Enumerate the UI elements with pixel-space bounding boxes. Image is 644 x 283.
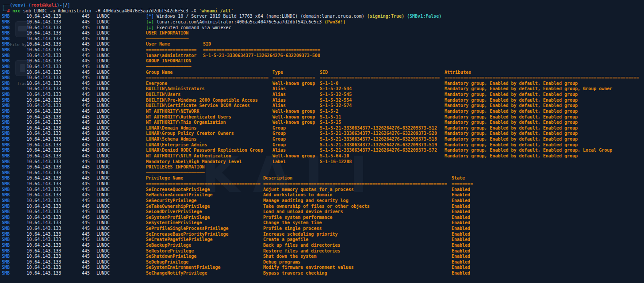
terminal-text-segment: 445: [82, 47, 96, 53]
terminal-text-segment: Mandatory group, Enabled by default, Ena…: [445, 153, 578, 158]
terminal-text-segment: 10.64.143.133: [27, 81, 82, 87]
terminal-text-segment: SMB: [2, 75, 27, 81]
output-line: SMB10.64.143.133445LUNDCBUILTIN\Pre-Wind…: [2, 98, 644, 103]
terminal-text-segment: 445: [82, 115, 96, 120]
output-line: SMB10.64.143.133445LUNDCNT AUTHORITY\Thi…: [2, 120, 644, 126]
terminal-text-segment: LUNAR\Group Policy Creator Owners: [146, 131, 272, 137]
terminal-text-segment: 445: [82, 109, 96, 115]
terminal-text-segment: 445: [82, 98, 96, 103]
terminal-text-segment: Mandatory group, Enabled by default, Ena…: [445, 131, 578, 136]
terminal-text-segment: LUNDC: [96, 243, 146, 249]
output-line: SMB10.64.143.133445LUNDCSeProfileSingleP…: [2, 226, 644, 232]
terminal-text-segment: └─: [2, 8, 7, 13]
terminal-text-segment: Enabled: [452, 198, 470, 203]
terminal-text-segment: 10.64.143.133: [27, 159, 82, 165]
terminal-text-segment: LUNAR\Denied RODC Password Replication G…: [146, 148, 272, 153]
terminal-text-segment: LUNDC: [96, 254, 146, 260]
terminal-text-segment: LUNDC: [96, 25, 146, 31]
output-line: SMB10.64.143.133445LUNDCLUNAR\Denied ROD…: [2, 148, 644, 153]
terminal-text-segment: LUNDC: [96, 142, 146, 148]
terminal-text-segment: Add workstations to domain: [263, 192, 452, 198]
terminal-text-segment: Group: [272, 126, 320, 131]
terminal-text-segment: 10.64.143.133: [27, 153, 82, 159]
terminal-text-segment: LUNDC: [96, 92, 146, 98]
terminal-text-segment: S-1-5-32-554: [320, 98, 445, 103]
terminal-text-segment: 445: [82, 131, 96, 137]
terminal-text-segment: 445: [82, 148, 96, 153]
terminal-text-segment: SMB: [2, 142, 27, 148]
output-line: SMB10.64.143.133445LUNDCSeSystemtimePriv…: [2, 220, 644, 226]
terminal-text-segment: [+]: [146, 25, 154, 30]
terminal-text-segment: Debug programs: [263, 260, 452, 265]
output-line: SMB10.64.143.133445LUNDCLUNAR\Domain Adm…: [2, 126, 644, 131]
terminal-text-segment: SMB: [2, 265, 27, 271]
terminal-text-segment: LUNDC: [96, 81, 146, 87]
terminal-text-segment: ========================================…: [320, 75, 445, 81]
output-line: SMB10.64.143.133445LUNDC[+] Executed com…: [2, 25, 644, 31]
terminal-text-segment: LUNDC: [96, 249, 146, 254]
terminal-text-segment: ========================================…: [146, 181, 263, 187]
terminal-text-segment: Mandatory group, Enabled by default, Ena…: [445, 120, 578, 125]
terminal-text-segment: 10.64.143.133: [27, 271, 82, 276]
terminal-text-segment: 10.64.143.133: [27, 232, 82, 237]
terminal-text-segment: 10.64.143.133: [27, 98, 82, 103]
output-line: SMB10.64.143.133445LUNDCSeTakeOwnershipP…: [2, 204, 644, 210]
terminal-text-segment: LUNDC: [96, 271, 146, 276]
terminal-text-segment: SMB: [2, 42, 27, 47]
terminal-text-segment: S-1-16-12288: [320, 159, 445, 165]
terminal-text-segment: ──────────────────────: [146, 170, 204, 175]
terminal-text-segment: Profile system performance: [263, 215, 452, 221]
terminal-text-segment: LUNAR\Enterprise Admins: [146, 142, 272, 148]
terminal-text-segment: SMB: [2, 14, 27, 19]
terminal-text-segment: ─────────────────: [146, 64, 191, 69]
terminal-text-segment: 445: [82, 265, 96, 271]
output-line: SMB10.64.143.133445LUNDCLUNAR\Enterprise…: [2, 142, 644, 148]
terminal-text-segment: 10.64.143.133: [27, 187, 82, 193]
terminal-text-segment: Mandatory Label\High Mandatory Level: [146, 159, 272, 165]
terminal-text-segment: NT AUTHORITY\This Organization: [146, 120, 272, 126]
terminal-text-segment: 10.64.143.133: [27, 249, 82, 254]
terminal-text-segment: 10.64.143.133: [27, 64, 82, 70]
terminal-text-segment: SID: [203, 42, 211, 46]
terminal-text-segment: 10.64.143.133: [27, 237, 82, 243]
terminal-text-segment: S-1-5-15: [320, 120, 445, 126]
terminal-text-segment: SMB: [2, 36, 27, 42]
output-line: SMB10.64.143.133445LUNDCMandatory Label\…: [2, 159, 644, 165]
terminal-text-segment: LUNDC: [96, 153, 146, 159]
terminal-text-segment: 10.64.143.133: [27, 148, 82, 153]
terminal-text-segment: Enabled: [452, 204, 470, 209]
terminal-text-segment: 445: [82, 192, 96, 198]
terminal-text-segment: LUNDC: [96, 53, 146, 59]
terminal-text-segment: 445: [82, 70, 96, 76]
terminal-text-segment: Bypass traverse checking: [263, 271, 452, 276]
terminal-text-segment: Enabled: [452, 271, 470, 275]
terminal-text-segment: SeIncreaseQuotaPrivilege: [146, 187, 263, 193]
terminal-text-segment: LUNDC: [96, 75, 146, 81]
shell-command-line: └─# nxc smb LUNDC -u Administrator -H 40…: [2, 8, 644, 14]
terminal-text-segment: SMB: [2, 181, 27, 187]
output-line: SMB10.64.143.133445LUNDCLUNAR\Group Poli…: [2, 131, 644, 137]
terminal-text-segment: Mandatory group, Enabled by default, Ena…: [445, 109, 578, 114]
terminal-text-segment: SeSystemProfilePrivilege: [146, 215, 263, 221]
terminal-text-segment: 10.64.143.133: [27, 126, 82, 131]
terminal-text-segment: SeProfileSingleProcessPrivilege: [146, 226, 263, 232]
terminal-text-segment: Alias: [272, 92, 320, 98]
terminal-text-segment: LUNDC: [96, 14, 146, 19]
terminal-text-segment: 445: [82, 181, 96, 187]
terminal-text-segment: SeChangeNotifyPrivilege: [146, 271, 263, 276]
terminal-text-segment: SMB: [2, 176, 27, 181]
output-line: SMB10.64.143.133445LUNDCGROUP INFORMATIO…: [2, 58, 644, 64]
terminal-text-segment: SMB: [2, 220, 27, 226]
terminal-text-segment: Enabled: [452, 249, 470, 253]
terminal-text-segment: Well-known group: [272, 120, 320, 126]
terminal-text-segment: ========================================…: [203, 47, 320, 52]
terminal-text-segment: LUNAR\Schema Admins: [146, 137, 272, 142]
terminal-window[interactable]: ┌──(venv)─(root㉿kali)-[/]└─# nxc smb LUN…: [0, 0, 644, 283]
terminal-text-segment: SMB: [2, 25, 27, 31]
terminal-output: ┌──(venv)─(root㉿kali)-[/]└─# nxc smb LUN…: [2, 3, 644, 276]
terminal-text-segment: lunar\administrator: [146, 53, 203, 59]
terminal-text-segment: SMB: [2, 137, 27, 142]
terminal-text-segment: #: [7, 8, 12, 13]
terminal-text-segment: Change the system time: [263, 220, 452, 226]
terminal-text-segment: 445: [82, 19, 96, 25]
